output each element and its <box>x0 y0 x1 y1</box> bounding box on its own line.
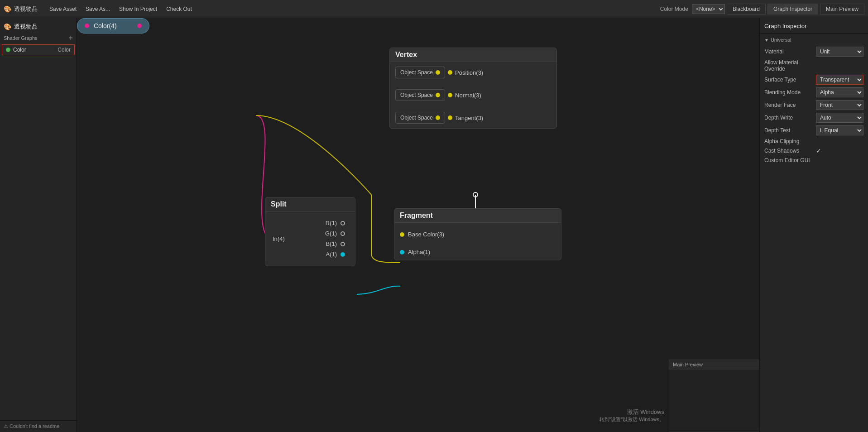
color-node-right-port <box>137 24 142 28</box>
color-mode-select[interactable]: <None> <box>692 4 725 14</box>
app-title: 🎨 透视物品 <box>4 5 38 13</box>
fragment-alpha-row: Alpha(1) <box>394 247 561 257</box>
prop-blending-mode: Blending Mode Alpha <box>764 86 863 99</box>
topbar: 🎨 透视物品 Save Asset Save As... Show In Pro… <box>0 0 868 18</box>
obj-space-3: Object Space <box>395 112 445 124</box>
main-layout: 🎨 透视物品 Shader Graphs + Color Color ⚠ Cou… <box>0 18 868 432</box>
fragment-basecolor-row: Base Color(3) <box>394 229 561 240</box>
position-in-port <box>448 70 452 75</box>
left-panel: 🎨 透视物品 Shader Graphs + Color Color ⚠ Cou… <box>0 18 77 432</box>
split-out-col: R(1) G(1) B(1) A(1) <box>289 214 355 263</box>
split-r-row: R(1) <box>294 218 350 228</box>
obj-space-2-out-port <box>436 93 440 97</box>
svg-point-1 <box>473 192 478 197</box>
split-a-row: A(1) <box>294 249 350 259</box>
prop-render-face: Render Face Front <box>764 99 863 111</box>
vertex-node-header: Vertex <box>390 48 556 62</box>
prop-material: Material Unit <box>764 45 863 58</box>
tab-blackboard[interactable]: Blackboard <box>727 4 766 14</box>
left-panel-title: 🎨 透视物品 <box>0 18 77 33</box>
tab-main-preview[interactable]: Main Preview <box>820 4 864 14</box>
inspector-section: ▼ Universal Material Unit Allow Material… <box>760 34 868 168</box>
vertex-row-normal: Object Space Normal(3) <box>390 87 556 103</box>
prop-depth-write: Depth Write Auto <box>764 111 863 124</box>
render-face-select[interactable]: Front <box>816 100 863 110</box>
obj-space-1-out-port <box>436 70 440 75</box>
prop-custom-editor: Custom Editor GUI <box>764 156 863 165</box>
shader-graphs-section: Shader Graphs + <box>0 33 77 43</box>
fragment-node-header: Fragment <box>394 209 561 223</box>
activate-windows-text: 激活 Windows 转到"设置"以激活 Windows。 <box>599 408 665 423</box>
prop-depth-test: Depth Test L Equal <box>764 124 863 137</box>
topbar-right: Color Mode <None> Blackboard Graph Inspe… <box>660 4 864 14</box>
blending-mode-select[interactable]: Alpha <box>816 87 863 97</box>
split-node-content: In(4) R(1) G(1) B(1) <box>265 214 355 263</box>
normal-in-port <box>448 93 452 97</box>
inspector-section-label: ▼ Universal <box>764 37 863 43</box>
basecolor-port <box>400 232 404 237</box>
prop-allow-material: Allow Material Override <box>764 58 863 73</box>
alpha-port <box>400 250 404 254</box>
depth-write-select[interactable]: Auto <box>816 113 863 123</box>
prop-alpha-clipping: Alpha Clipping <box>764 137 863 146</box>
section-arrow: ▼ <box>764 38 769 43</box>
check-out-button[interactable]: Check Out <box>162 4 197 14</box>
split-r-port <box>340 221 345 226</box>
obj-space-2: Object Space <box>395 89 445 101</box>
split-b-row: B(1) <box>294 239 350 249</box>
split-node-body: In(4) R(1) G(1) B(1) <box>265 211 355 266</box>
status-bar: ⚠ Couldn't find a readme <box>0 420 77 432</box>
split-g-port <box>340 231 345 236</box>
shader-graph-canvas[interactable]: Color(4) Vertex Object Space Position(3 <box>77 18 759 432</box>
obj-space-1: Object Space <box>395 67 445 78</box>
fragment-node: Fragment Base Color(3) Alpha(1) <box>394 208 561 260</box>
color-node-label: Color(4) <box>94 22 133 29</box>
depth-test-select[interactable]: L Equal <box>816 125 863 135</box>
vertex-node-body: Object Space Position(3) Object Space <box>390 62 556 128</box>
split-node-header: Split <box>265 197 355 211</box>
prop-surface-type: Surface Type Transparent <box>764 73 863 86</box>
prop-cast-shadows: Cast Shadows ✓ <box>764 146 863 156</box>
main-preview-panel: Main Preview <box>669 360 759 432</box>
save-asset-button[interactable]: Save Asset <box>45 4 81 14</box>
main-preview-header: Main Preview <box>669 360 759 370</box>
fragment-node-body: Base Color(3) Alpha(1) <box>394 223 561 260</box>
show-in-project-button[interactable]: Show In Project <box>115 4 162 14</box>
color-mode-label: Color Mode <box>660 6 688 12</box>
save-as-button[interactable]: Save As... <box>81 4 115 14</box>
add-shader-button[interactable]: + <box>69 34 73 42</box>
panel-icon: 🎨 <box>4 23 11 30</box>
main-preview-body <box>669 370 759 430</box>
split-b-port <box>340 242 345 246</box>
shader-item[interactable]: Color Color <box>2 44 75 55</box>
inspector-scroll[interactable]: ▼ Universal Material Unit Allow Material… <box>760 34 868 432</box>
shader-dot <box>6 48 10 52</box>
graph-inspector-panel: Graph Inspector ▼ Universal Material Uni… <box>759 18 868 432</box>
tangent-in-port <box>448 115 452 120</box>
tab-graph-inspector[interactable]: Graph Inspector <box>767 4 818 14</box>
inspector-title: Graph Inspector <box>760 18 868 34</box>
surface-type-select[interactable]: Transparent <box>816 75 863 85</box>
vertex-row-position: Object Space Position(3) <box>390 65 556 80</box>
split-node: Split In(4) R(1) <box>265 197 355 266</box>
split-g-row: G(1) <box>294 228 350 239</box>
color-node-left-port <box>85 24 89 28</box>
material-select[interactable]: Unit <box>816 47 863 57</box>
split-a-port <box>340 252 345 257</box>
vertex-row-tangent: Object Space Tangent(3) <box>390 110 556 125</box>
obj-space-3-out-port <box>436 115 440 120</box>
app-icon: 🎨 <box>4 5 11 13</box>
split-in-col: In(4) <box>265 214 289 263</box>
color-node[interactable]: Color(4) <box>77 18 149 34</box>
vertex-node: Vertex Object Space Position(3) <box>389 48 557 129</box>
